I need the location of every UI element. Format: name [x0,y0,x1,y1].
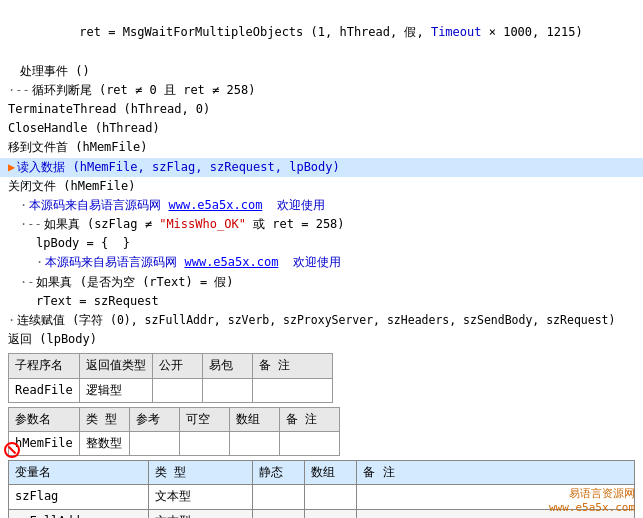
col-header: 公开 [152,354,202,378]
comment-text: 本源码来自易语言源码网 [29,196,168,215]
site-link[interactable]: www.e5a5x.com [168,196,262,215]
cell-static [252,485,304,509]
code-line: ret = MsgWaitForMultipleObjects (1, hThr… [0,4,643,62]
col-header: 数组 [229,407,279,431]
code-line: ·- 如果真 (是否为空 (rText) = 假) [0,273,643,292]
return-table: 子程序名 返回值类型 公开 易包 备 注 ReadFile 逻辑型 [8,353,333,402]
code-text: rText = szRequest [36,292,159,311]
col-header: 易包 [202,354,252,378]
col-header: 备 注 [357,461,635,485]
comment-text3: 本源码来自易语言源码网 [45,253,184,272]
code-line: TerminateThread (hThread, 0) [0,100,643,119]
watermark-line1: 易语言资源网 [549,486,635,501]
cell-type: 整数型 [79,431,129,455]
code-line: 返回 (lpBody) [0,330,643,349]
code-area: ret = MsgWaitForMultipleObjects (1, hThr… [0,0,643,518]
col-header: 可空 [179,407,229,431]
table-row: szFlag 文本型 [9,485,635,509]
cell-varname: szFlag [9,485,149,509]
watermark-line2: www.e5a5x.com [549,501,635,514]
active-code-line: ▶ 读入数据 (hMemFile, szFlag, szRequest, lpB… [0,158,643,177]
cell-easy [202,378,252,402]
code-text: 如果真 (szFlag ≠ "MissWho_OK" 或 ret = 258) [44,215,345,234]
col-header: 类 型 [79,407,129,431]
code-text: 移到文件首 (hMemFile) [8,138,147,157]
code-text: 循环判断尾 (ret ≠ 0 且 ret ≠ 258) [32,81,256,100]
code-text: ret = MsgWaitForMultipleObjects (1, hThr… [36,4,583,62]
col-header: 数组 [305,461,357,485]
cell-nullable [179,431,229,455]
code-text: CloseHandle (hThread) [8,119,160,138]
cell-public [152,378,202,402]
col-header: 变量名 [9,461,149,485]
table-row: szFullAddr 文本型 [9,509,635,518]
col-header: 参数名 [9,407,80,431]
cell-ref [129,431,179,455]
code-text: lpBody = { } [36,234,130,253]
cell-note [252,378,332,402]
code-line: 移到文件首 (hMemFile) [0,138,643,157]
cell-type: 文本型 [148,509,252,518]
code-text: 连续赋值 (字符 (0), szFullAddr, szVerb, szProx… [17,311,615,329]
col-header: 静态 [252,461,304,485]
col-header: 参考 [129,407,179,431]
cell-static [252,509,304,518]
bullet-icon: · [20,196,27,215]
code-line-comment: · 本源码来自易语言源码网 www.e5a5x.com 欢迎使用 [0,196,643,215]
code-text: 读入数据 (hMemFile, szFlag, szRequest, lpBod… [17,158,340,177]
watermark: 易语言资源网 www.e5a5x.com [549,486,635,514]
code-text: 关闭文件 (hMemFile) [8,177,135,196]
cell-array [305,509,357,518]
cell-type: 逻辑型 [79,378,152,402]
var-table: 变量名 类 型 静态 数组 备 注 szFlag 文本型 szFullAddr … [8,460,635,518]
code-line-comment: · 本源码来自易语言源码网 www.e5a5x.com 欢迎使用 [0,253,643,272]
cell-array [229,431,279,455]
cell-note [279,431,339,455]
code-line: lpBody = { } [0,234,643,253]
table-row: hMemFile 整数型 [9,431,340,455]
col-header: 类 型 [148,461,252,485]
code-text: 处理事件 () [20,62,90,81]
cell-varname: szFullAddr [9,509,149,518]
code-text: 返回 (lpBody) [8,330,97,349]
cell-array [305,485,357,509]
param-table: 参数名 类 型 参考 可空 数组 备 注 hMemFile 整数型 [8,407,340,456]
col-header: 备 注 [279,407,339,431]
prefix-dash: ·-- [20,215,42,234]
code-line: CloseHandle (hThread) [0,119,643,138]
site-link2[interactable]: www.e5a5x.com [184,253,278,272]
bullet-icon2: · [36,253,43,272]
col-header: 子程序名 [9,354,80,378]
comment-text4: 欢迎使用 [278,253,340,272]
cell-name: ReadFile [9,378,80,402]
active-arrow-icon: ▶ [8,158,15,177]
no-symbol-icon [4,442,20,458]
bullet-icon3: · [8,311,15,330]
code-text: TerminateThread (hThread, 0) [8,100,210,119]
cell-type: 文本型 [148,485,252,509]
code-line: · 连续赋值 (字符 (0), szFullAddr, szVerb, szPr… [0,311,643,330]
col-header: 返回值类型 [79,354,152,378]
prefix-dash: ·-- [8,81,30,100]
col-header: 备 注 [252,354,332,378]
code-line: 关闭文件 (hMemFile) [0,177,643,196]
code-line: rText = szRequest [0,292,643,311]
comment-text2: 欢迎使用 [262,196,324,215]
prefix-dash2: ·- [20,273,34,292]
code-line: 处理事件 () [0,62,643,81]
code-line: ·-- 如果真 (szFlag ≠ "MissWho_OK" 或 ret = 2… [0,215,643,234]
code-text: 如果真 (是否为空 (rText) = 假) [36,273,233,292]
code-line: ·-- 循环判断尾 (ret ≠ 0 且 ret ≠ 258) [0,81,643,100]
table-row: ReadFile 逻辑型 [9,378,333,402]
no-symbol-bar [8,446,16,454]
